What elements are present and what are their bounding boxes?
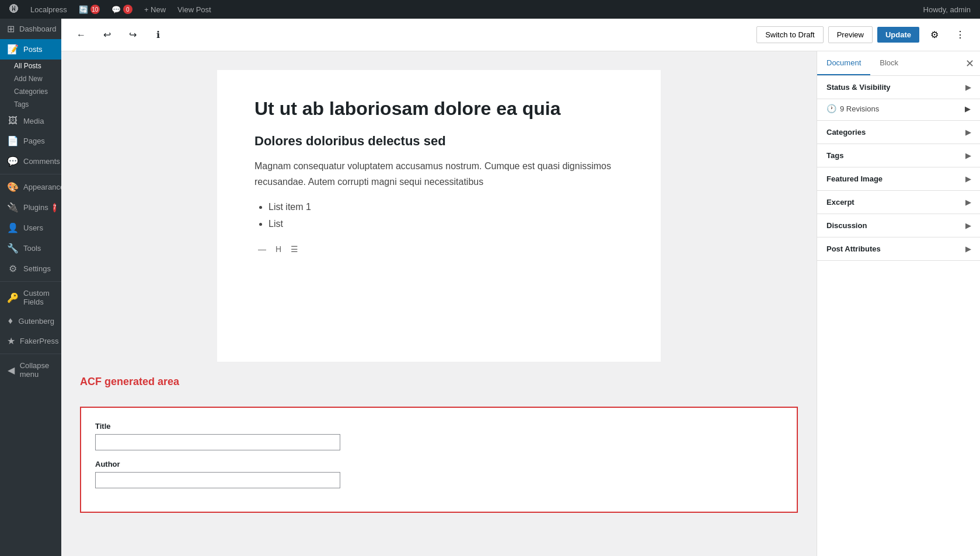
sidebar-item-label-pages: Pages	[23, 137, 45, 145]
site-name-label: Localpress	[30, 5, 67, 14]
sidebar-item-tools[interactable]: 🔧 Tools	[0, 238, 61, 258]
section-status-visibility-header[interactable]: Status & Visibility ▶	[817, 76, 980, 99]
revisions-chevron: ▶	[965, 104, 971, 113]
acf-field-author: Author	[95, 460, 783, 488]
settings-gear-button[interactable]: ⚙	[924, 25, 945, 46]
sidebar-submenu-categories[interactable]: Categories	[7, 85, 61, 98]
posts-submenu: All Posts Add New Categories Tags	[0, 60, 61, 111]
editor-sidebar: Document Block ✕ Status & Visibility ▶	[817, 51, 980, 556]
list-item[interactable]: List	[268, 216, 623, 233]
preview-button[interactable]: Preview	[828, 26, 873, 43]
sidebar-item-users[interactable]: 👤 Users	[0, 218, 61, 238]
comments-icon: 💬	[111, 5, 121, 14]
acf-area-label: ACF generated area	[80, 362, 798, 388]
featured-image-chevron: ▶	[965, 175, 971, 183]
tab-document[interactable]: Document	[817, 51, 870, 75]
section-excerpt-header[interactable]: Excerpt ▶	[817, 191, 980, 214]
sidebar-submenu-all-posts[interactable]: All Posts	[7, 60, 61, 72]
pages-icon: 📄	[7, 135, 19, 146]
block-tool-minus[interactable]: —	[254, 242, 270, 256]
editor-body: Ut ut ab laboriosam dolore ea quia Dolor…	[61, 51, 980, 556]
toolbar-redo-button[interactable]: ↪	[122, 25, 143, 46]
post-paragraph[interactable]: Magnam consequatur voluptatem accusamus …	[254, 158, 623, 190]
editor-toolbar: ← ↩ ↪ ℹ Switch to Draft Preview Update ⚙…	[61, 19, 980, 51]
sidebar-item-comments[interactable]: 💬 Comments	[0, 151, 61, 172]
admin-menu: ⊞ Dashboard 📝 Posts All Posts Add New Ca…	[0, 19, 61, 556]
categories-label: Categories	[14, 88, 48, 96]
adminbar-wp-logo[interactable]: 🅦	[5, 0, 23, 19]
section-featured-image: Featured Image ▶	[817, 167, 980, 191]
section-tags-header[interactable]: Tags ▶	[817, 144, 980, 167]
sidebar-item-label-appearance: Appearance	[23, 183, 61, 191]
revisions-icon: 🕐	[826, 104, 836, 113]
status-visibility-label: Status & Visibility	[826, 83, 891, 92]
sidebar-item-gutenberg[interactable]: ♦ Gutenberg	[0, 311, 61, 331]
discussion-label: Discussion	[826, 221, 867, 230]
revisions-row[interactable]: 🕐 9 Revisions ▶	[817, 99, 980, 120]
users-icon: 👤	[7, 222, 19, 233]
sidebar-item-label-plugins: Plugins	[23, 203, 48, 212]
block-tool-h[interactable]: H	[272, 242, 285, 256]
adminbar-left: 🅦 Localpress 🔄 10 💬 0 + New View Post	[5, 0, 216, 19]
sidebar-item-fakerpress[interactable]: ★ FakerPress	[0, 331, 61, 351]
block-tool-list[interactable]: ☰	[287, 242, 302, 256]
section-discussion-header[interactable]: Discussion ▶	[817, 214, 980, 237]
add-new-label: Add New	[14, 75, 43, 83]
posts-icon: 📝	[7, 44, 19, 55]
editor-main: ← ↩ ↪ ℹ Switch to Draft Preview Update ⚙…	[61, 19, 980, 556]
more-options-button[interactable]: ⋮	[950, 25, 971, 46]
section-post-attributes-header[interactable]: Post Attributes ▶	[817, 237, 980, 260]
adminbar-updates[interactable]: 🔄 10	[74, 0, 104, 19]
list-item[interactable]: List item 1	[268, 199, 623, 216]
adminbar-comments[interactable]: 💬 0	[107, 0, 137, 19]
sidebar-item-label-dashboard: Dashboard	[19, 25, 57, 33]
sidebar-item-settings[interactable]: ⚙ Settings	[0, 258, 61, 279]
section-categories-header[interactable]: Categories ▶	[817, 121, 980, 144]
editor-content[interactable]: Ut ut ab laboriosam dolore ea quia Dolor…	[61, 51, 817, 556]
sidebar-item-label-custom-fields: Custom Fields	[23, 289, 54, 306]
section-revisions: 🕐 9 Revisions ▶	[817, 99, 980, 121]
sidebar-item-appearance[interactable]: 🎨 Appearance	[0, 177, 61, 197]
sidebar-item-media[interactable]: 🖼 Media	[0, 111, 61, 131]
acf-fields-box: Title Author	[80, 407, 798, 513]
acf-field-title-input[interactable]	[95, 434, 340, 450]
toolbar-left: ← ↩ ↪ ℹ	[71, 25, 169, 46]
switch-to-draft-button[interactable]: Switch to Draft	[756, 26, 824, 43]
excerpt-chevron: ▶	[965, 198, 971, 207]
acf-area: ACF generated area	[80, 362, 798, 407]
toolbar-back-button[interactable]: ←	[71, 25, 92, 46]
tab-block[interactable]: Block	[870, 51, 908, 75]
acf-field-author-input[interactable]	[95, 472, 340, 488]
featured-image-label: Featured Image	[826, 174, 883, 183]
sidebar-item-dashboard[interactable]: ⊞ Dashboard	[0, 19, 61, 39]
adminbar-view-post[interactable]: View Post	[173, 0, 216, 19]
new-label: + New	[144, 5, 166, 14]
adminbar-site-name[interactable]: Localpress	[26, 0, 72, 19]
sidebar-item-custom-fields[interactable]: 🔑 Custom Fields	[0, 284, 61, 311]
sidebar-item-plugins[interactable]: 🔌 Plugins 7	[0, 197, 61, 218]
adminbar-new[interactable]: + New	[139, 0, 170, 19]
post-heading[interactable]: Dolores doloribus delectus sed	[254, 134, 623, 149]
post-title[interactable]: Ut ut ab laboriosam dolore ea quia	[254, 98, 623, 120]
sidebar-item-posts[interactable]: 📝 Posts	[0, 39, 61, 60]
adminbar-howdy: Howdy, admin	[919, 5, 975, 14]
section-post-attributes: Post Attributes ▶	[817, 237, 980, 261]
update-button[interactable]: Update	[877, 27, 919, 43]
sidebar-submenu-tags[interactable]: Tags	[7, 98, 61, 111]
menu-separator-1	[0, 174, 61, 174]
sidebar-collapse-menu[interactable]: ◀ Collapse menu	[0, 356, 61, 383]
post-attributes-chevron: ▶	[965, 245, 971, 253]
wp-logo-icon: 🅦	[9, 4, 19, 15]
sidebar-tabs: Document Block ✕	[817, 51, 980, 76]
section-tags: Tags ▶	[817, 144, 980, 167]
comments-menu-icon: 💬	[7, 156, 19, 167]
toolbar-undo-button[interactable]: ↩	[96, 25, 117, 46]
sidebar-submenu-add-new[interactable]: Add New	[7, 72, 61, 85]
sidebar-item-pages[interactable]: 📄 Pages	[0, 131, 61, 151]
tags-section-label: Tags	[826, 151, 843, 160]
section-featured-image-header[interactable]: Featured Image ▶	[817, 167, 980, 190]
sidebar-close-button[interactable]: ✕	[959, 53, 980, 74]
block-toolbar: — H ☰	[254, 242, 623, 256]
toolbar-info-button[interactable]: ℹ	[148, 25, 169, 46]
post-editor-inner: Ut ut ab laboriosam dolore ea quia Dolor…	[217, 70, 661, 362]
